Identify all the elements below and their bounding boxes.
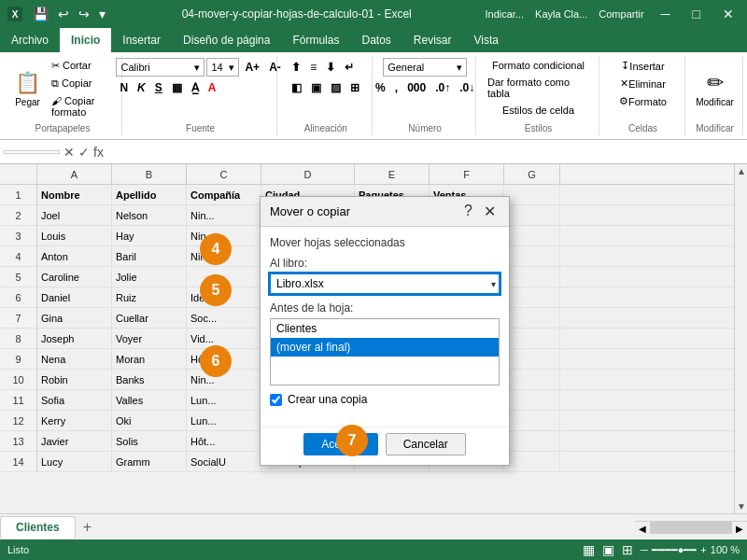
cell-c2[interactable]: Nin... (187, 205, 261, 225)
copy-btn[interactable]: ⧉ Copiar (48, 76, 116, 91)
cell-b8[interactable]: Voyer (112, 329, 187, 348)
redo-quick-btn[interactable]: ↪ (76, 5, 92, 23)
align-right-btn[interactable]: ▨ (327, 78, 345, 97)
wrap-text-btn[interactable]: ↵ (341, 58, 358, 77)
cell-b12[interactable]: Oki (112, 411, 187, 430)
cell-g13[interactable] (504, 431, 560, 451)
book-select[interactable]: Libro.xlsx (270, 273, 500, 294)
cancel-btn[interactable]: Cancelar (386, 433, 466, 455)
cell-g10[interactable] (504, 370, 560, 389)
page-layout-btn[interactable]: ▣ (602, 542, 614, 557)
cell-c8[interactable]: Vid... (187, 329, 261, 348)
scroll-down-btn[interactable]: ▼ (735, 499, 747, 513)
cut-btn[interactable]: ✂ Cortar (48, 58, 116, 74)
cell-c7[interactable]: Soc... (187, 308, 261, 328)
cell-g6[interactable] (504, 287, 560, 307)
minimize-btn[interactable]: ─ (655, 5, 676, 23)
create-copy-checkbox[interactable] (270, 394, 282, 406)
align-top-btn[interactable]: ⬆ (288, 58, 304, 77)
cell-a4[interactable]: Anton (37, 246, 112, 266)
cell-c13[interactable]: Hôt... (187, 431, 261, 451)
normal-view-btn[interactable]: ▦ (583, 542, 595, 557)
scroll-track[interactable] (735, 178, 747, 499)
create-copy-label[interactable]: Crear una copia (288, 393, 367, 406)
paste-btn[interactable]: 📋 Pegar (9, 67, 46, 111)
dialog-close-btn[interactable]: ✕ (480, 203, 500, 220)
cell-c12[interactable]: Lun... (187, 411, 261, 430)
cell-g5[interactable] (504, 267, 560, 287)
cell-b2[interactable]: Nelson (112, 205, 187, 225)
cell-a2[interactable]: Joel (37, 205, 112, 225)
cell-g8[interactable] (504, 329, 560, 348)
cell-c14[interactable]: SocialU (187, 452, 261, 471)
tab-inicio[interactable]: Inicio (60, 28, 111, 52)
zoom-out-btn[interactable]: ─ (641, 544, 648, 555)
percent-btn[interactable]: % (372, 78, 389, 97)
cell-c6[interactable]: Idé... (187, 287, 261, 307)
cell-b9[interactable]: Moran (112, 349, 187, 369)
align-bottom-btn[interactable]: ⬇ (322, 58, 339, 77)
decimal-dec-btn[interactable]: .0↓ (456, 78, 478, 97)
format-painter-btn[interactable]: 🖌 Copiar formato (48, 93, 116, 119)
zoom-slider[interactable]: ━━━━●━━ (652, 544, 698, 556)
cell-a11[interactable]: Sofia (37, 390, 112, 410)
italic-btn[interactable]: K (134, 78, 149, 97)
cell-b13[interactable]: Solis (112, 431, 187, 451)
col-header-f[interactable]: F (430, 164, 504, 184)
cell-a7[interactable]: Gina (37, 308, 112, 328)
col-header-d[interactable]: D (261, 164, 355, 184)
cell-b11[interactable]: Valles (112, 390, 187, 410)
edit-btn[interactable]: ✏ Modificar (690, 67, 740, 111)
border-btn[interactable]: ▦ (168, 78, 186, 97)
cell-g3[interactable] (504, 226, 560, 245)
sheet-list-item-move-end[interactable]: (mover al final) (271, 338, 499, 357)
sheet-list-item-clientes[interactable]: Clientes (271, 319, 499, 338)
tab-archivo[interactable]: Archivo (0, 28, 60, 52)
cell-g4[interactable] (504, 246, 560, 266)
tab-datos[interactable]: Datos (350, 28, 402, 52)
cell-a9[interactable]: Nena (37, 349, 112, 369)
cancel-formula-icon[interactable]: ✕ (63, 145, 75, 160)
cell-a6[interactable]: Daniel (37, 287, 112, 307)
undo-quick-btn[interactable]: ↩ (55, 5, 72, 23)
add-sheet-btn[interactable]: + (76, 517, 99, 538)
format-cells-btn[interactable]: ⚙ Formato (615, 93, 670, 109)
align-left-btn[interactable]: ◧ (288, 78, 305, 97)
cell-styles-btn[interactable]: Estilos de celda (499, 103, 578, 118)
decimal-inc-btn[interactable]: .0↑ (431, 78, 454, 97)
cell-a10[interactable]: Robin (37, 370, 112, 389)
cell-g9[interactable] (504, 349, 560, 369)
cell-b14[interactable]: Gramm (112, 452, 187, 471)
col-header-e[interactable]: E (355, 164, 430, 184)
horizontal-scrollbar[interactable]: ◀ ▶ (635, 521, 747, 534)
cell-b7[interactable]: Cuellar (112, 308, 187, 328)
cell-c4[interactable]: Nin... (187, 246, 261, 266)
cell-c3[interactable]: Nin... (187, 226, 261, 245)
scroll-up-btn[interactable]: ▲ (735, 164, 747, 178)
dialog-help-btn[interactable]: ? (460, 203, 476, 220)
cell-g11[interactable] (504, 390, 560, 410)
cell-g2[interactable] (504, 205, 560, 225)
cell-c1[interactable]: Compañía (187, 185, 261, 204)
col-header-a[interactable]: A (37, 164, 112, 184)
save-quick-btn[interactable]: 💾 (30, 5, 51, 23)
scroll-right-btn[interactable]: ▶ (732, 522, 747, 534)
font-name-box[interactable]: Calibri▾ (116, 58, 204, 77)
vertical-scrollbar[interactable]: ▲ ▼ (734, 164, 747, 513)
fill-color-btn[interactable]: A̲ (188, 78, 203, 97)
cell-b3[interactable]: Hay (112, 226, 187, 245)
cell-g14[interactable] (504, 452, 560, 471)
cell-a12[interactable]: Kerry (37, 411, 112, 430)
insert-cells-btn[interactable]: ↧ Insertar (617, 58, 668, 74)
cell-g12[interactable] (504, 411, 560, 430)
tab-revisar[interactable]: Revisar (402, 28, 463, 52)
tab-diseno[interactable]: Diseño de página (172, 28, 281, 52)
cell-c10[interactable]: Nin... (187, 370, 261, 389)
cell-g7[interactable] (504, 308, 560, 328)
align-middle-btn[interactable]: ≡ (306, 58, 320, 77)
cell-b6[interactable]: Ruiz (112, 287, 187, 307)
align-center-btn[interactable]: ▣ (307, 78, 325, 97)
cell-a5[interactable]: Caroline (37, 267, 112, 287)
scroll-h-track[interactable] (650, 522, 732, 534)
scroll-left-btn[interactable]: ◀ (635, 522, 650, 534)
